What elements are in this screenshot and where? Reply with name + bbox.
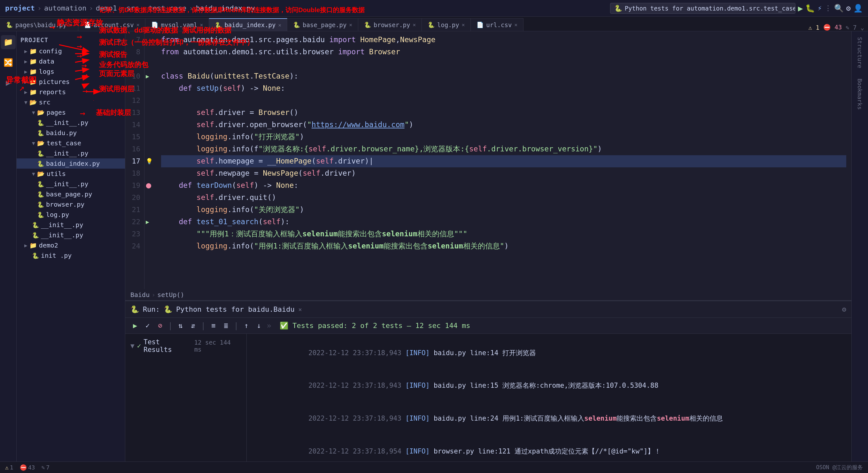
breadcrumb-demo1[interactable]: demo1 — [96, 4, 117, 12]
linenum-13: 13 — [125, 107, 140, 119]
tab-close-log[interactable]: ✕ — [462, 22, 465, 28]
tab-close-base-page[interactable]: ✕ — [349, 22, 352, 28]
tree-item-utils-init[interactable]: 🐍 __init__.py — [17, 179, 125, 189]
code-line-11: def setUp(self) -> None: — [161, 82, 846, 95]
stop-btn[interactable]: ⊘ — [156, 320, 165, 331]
tree-item-src-init1[interactable]: 🐍 __init__.py — [17, 220, 125, 230]
log-panel[interactable]: 2022-12-12 23:37:18,943 [INFO] baidu.py … — [247, 334, 851, 473]
log-line-3: 2022-12-12 23:37:18,943 [INFO] baidu.py … — [252, 403, 846, 435]
tree-item-config[interactable]: 📁 config — [17, 46, 125, 56]
linenum-20: 20 — [125, 192, 140, 204]
gutter-13 — [146, 107, 155, 119]
right-sidebar-structure[interactable]: Structure — [855, 35, 865, 70]
check-btn[interactable]: ✓ — [143, 320, 152, 331]
rerun-btn[interactable]: ▶ — [130, 320, 140, 331]
tree-header-icon[interactable]: ⚙ — [117, 37, 121, 43]
tab-pages-baidu[interactable]: 🐍 pages\baidu.py ✕ — [0, 18, 78, 31]
project-label[interactable]: project — [5, 4, 35, 12]
tab-mysql-yaml[interactable]: 📄 mysql.yaml ✕ — [146, 18, 209, 31]
sidebar-icon-run[interactable]: ▶ — [3, 76, 13, 90]
run-gutter-icon-10[interactable]: ▶ — [146, 72, 149, 81]
sidebar-icon-project[interactable]: 📁 — [1, 35, 16, 49]
down-btn[interactable]: ↓ — [254, 320, 264, 331]
tab-browser[interactable]: 🐍 browser.py ✕ — [358, 18, 422, 31]
run-session-close[interactable]: ✕ — [299, 306, 302, 313]
file-icon-baidu-py: 🐍 — [37, 130, 44, 136]
tab-close-url[interactable]: ✕ — [514, 22, 518, 28]
tab-base-page[interactable]: 🐍 base_page.py ✕ — [287, 18, 358, 31]
tree-item-logs[interactable]: 📁 logs — [17, 66, 125, 77]
tree-item-base-page[interactable]: 🐍 base_page.py — [17, 189, 125, 199]
tab-label-pages-baidu: pages\baidu.py — [16, 22, 66, 28]
code-content[interactable]: from automation.demo1.src.pages.baidu im… — [156, 31, 851, 289]
user-button[interactable]: 👤 — [853, 4, 863, 13]
tree-item-browser-py[interactable]: 🐍 browser.py — [17, 199, 125, 209]
gutter-22[interactable]: ▶ — [146, 216, 155, 228]
tree-label-init-py: init .py — [41, 252, 71, 259]
tree-item-baidu-index[interactable]: 🐍 baidu_index.py — [17, 159, 125, 169]
code-line-9 — [161, 58, 846, 70]
tree-item-reports[interactable]: 📁 reports — [17, 87, 125, 97]
linenum-14: 14 — [125, 119, 140, 131]
pass-icon: ✓ — [137, 342, 141, 350]
tab-close-baidu-index[interactable]: ✕ — [278, 22, 281, 28]
gutter-19[interactable]: ⬤ — [146, 179, 155, 192]
tab-baidu-index[interactable]: 🐍 baidu_index.py ✕ — [209, 18, 287, 31]
up-btn[interactable]: ↑ — [242, 320, 251, 331]
run-settings-btn[interactable]: ⚙ — [842, 305, 846, 313]
tree-item-pages-init[interactable]: 🐍 __init__.py — [17, 117, 125, 128]
file-icon-log-py: 🐍 — [37, 211, 44, 218]
sidebar-icon-vcs[interactable]: 🔀 — [1, 56, 16, 70]
tab-log[interactable]: 🐍 log.py ✕ — [422, 18, 471, 31]
expand-btn[interactable]: ⌄ — [861, 24, 864, 31]
tree-item-log-py[interactable]: 🐍 log.py — [17, 209, 125, 220]
run-config-icon: 🐍 — [614, 4, 622, 12]
tree-item-src[interactable]: 📂 src — [17, 97, 125, 107]
tree-item-demo2[interactable]: 📁 demo2 — [17, 240, 125, 250]
run-config-box[interactable]: 🐍 Python tests for automation.demo1.src.… — [610, 3, 796, 14]
right-sidebar-bookmarks[interactable]: Bookmarks — [855, 77, 865, 112]
tab-close-browser[interactable]: ✕ — [412, 22, 416, 28]
breadcrumb-test_case[interactable]: test_case — [148, 4, 186, 12]
settings-button[interactable]: ⚙ — [846, 4, 851, 13]
filter-btn2[interactable]: ≣ — [221, 320, 230, 331]
tab-close-mysql[interactable]: ✕ — [200, 22, 203, 28]
sort-btn2[interactable]: ⇵ — [188, 320, 197, 331]
tree-item-data[interactable]: 📁 data — [17, 56, 125, 66]
status-errors: ⛔ 43 — [20, 464, 35, 471]
breadcrumb-automation[interactable]: automation — [44, 4, 86, 12]
run-gutter-icon-22[interactable]: ▶ — [146, 217, 149, 227]
tree-item-baidu-py[interactable]: 🐍 baidu.py — [17, 128, 125, 138]
breadcrumb-src[interactable]: src — [126, 4, 139, 12]
breadcrumb-file[interactable]: baidu_index.py — [196, 4, 255, 12]
tab-account-csv[interactable]: 📄 account.csv ✕ — [78, 18, 146, 31]
tab-url-csv[interactable]: 📄 url.csv ✕ — [471, 18, 524, 31]
tree-item-test-case[interactable]: 📂 test_case — [17, 138, 125, 148]
debug-button[interactable]: 🐛 — [805, 4, 815, 13]
code-editor[interactable]: 7 8 9 10 11 12 13 14 15 16 17 18 19 20 — [125, 31, 851, 289]
run-button[interactable]: ▶ — [798, 3, 803, 13]
result-time: 12 sec 144 ms — [194, 339, 241, 353]
tree-item-pictures[interactable]: 📁 pictures — [17, 77, 125, 87]
tab-label-browser: browser.py — [374, 22, 410, 28]
search-button[interactable]: 🔍 — [834, 4, 844, 13]
filter-btn1[interactable]: ≡ — [209, 320, 218, 331]
coverage-button[interactable]: ⚡ — [817, 4, 822, 12]
tree-item-pages[interactable]: 📂 pages — [17, 107, 125, 117]
gutter-10[interactable]: ▶ — [146, 70, 155, 82]
test-result-item[interactable]: ▼ ✓ Test Results 12 sec 144 ms — [128, 336, 244, 356]
tab-close-account[interactable]: ✕ — [136, 22, 140, 28]
tree-item-src-init2[interactable]: 🐍 __init__.py — [17, 230, 125, 240]
tree-item-test-init[interactable]: 🐍 __init__.py — [17, 148, 125, 159]
tab-close-pages-baidu[interactable]: ✕ — [69, 22, 72, 28]
tree-item-utils[interactable]: 📂 utils — [17, 169, 125, 179]
linenum-22: 22 — [125, 216, 140, 228]
file-icon-init-py: 🐍 — [32, 252, 39, 259]
linenum-19: 19 — [125, 179, 140, 192]
break-gutter-icon-19[interactable]: ⬤ — [146, 182, 152, 190]
code-line-8: from automation.demo1.src.utils.browser … — [161, 46, 846, 58]
sort-btn1[interactable]: ⇅ — [176, 320, 185, 331]
tree-item-init-py[interactable]: 🐍 init .py — [17, 250, 125, 261]
top-bar: project › automation › demo1 › src › tes… — [0, 0, 868, 16]
more-run-options[interactable]: ⋮ — [825, 4, 832, 12]
